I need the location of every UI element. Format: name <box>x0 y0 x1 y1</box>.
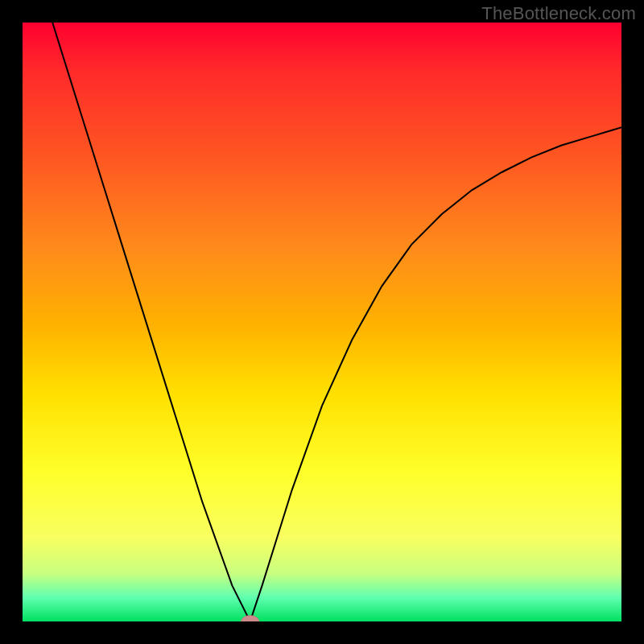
bottleneck-curve <box>52 23 621 621</box>
plot-area <box>23 23 621 621</box>
watermark-text: TheBottleneck.com <box>481 3 636 24</box>
chart-frame: TheBottleneck.com <box>0 0 644 644</box>
minimum-marker <box>242 616 259 621</box>
chart-svg <box>23 23 621 621</box>
